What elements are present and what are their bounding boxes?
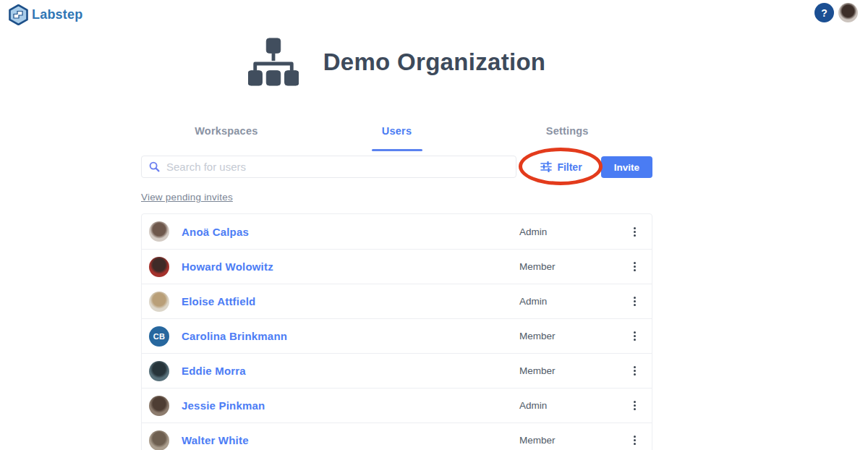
row-options-kebab-icon[interactable] — [627, 292, 642, 311]
user-avatar[interactable] — [149, 221, 169, 242]
tab-workspaces-label: Workspaces — [195, 125, 258, 137]
user-name-link[interactable]: Jessie Pinkman — [182, 399, 265, 412]
search-input[interactable] — [166, 161, 509, 173]
user-table-row: Walter White Member — [142, 423, 652, 450]
user-name-link[interactable]: Anoä Calpas — [182, 226, 249, 238]
filter-sliders-icon — [540, 161, 552, 172]
user-name-link[interactable]: Eddie Morra — [182, 365, 246, 377]
row-options-kebab-icon[interactable] — [627, 396, 642, 415]
row-options-kebab-icon[interactable] — [627, 431, 642, 450]
user-avatar[interactable] — [149, 430, 169, 450]
user-table-row: Eloise Attfield Admin — [142, 284, 652, 318]
page-title: Demo Organization — [323, 48, 546, 76]
user-table-row: CB Carolina Brinkmann Member — [142, 318, 652, 353]
help-question-icon: ? — [821, 7, 827, 19]
user-list: Anoä Calpas Admin Howard Wolowitz Member… — [141, 213, 652, 450]
user-name-link[interactable]: Eloise Attfield — [182, 295, 255, 307]
user-avatar[interactable] — [149, 396, 169, 416]
user-role-label: Admin — [519, 296, 547, 307]
logo-text: Labstep — [32, 7, 82, 22]
search-icon — [149, 161, 160, 172]
help-button[interactable]: ? — [814, 3, 834, 22]
row-options-kebab-icon[interactable] — [627, 327, 642, 346]
user-table-row: Howard Wolowitz Member — [142, 249, 652, 284]
user-role-label: Member — [519, 365, 556, 376]
view-pending-invites-link[interactable]: View pending invites — [141, 192, 233, 203]
user-role-label: Admin — [519, 400, 547, 411]
user-avatar[interactable] — [149, 292, 169, 312]
row-options-kebab-icon[interactable] — [627, 362, 642, 381]
account-avatar[interactable] — [838, 3, 858, 22]
labstep-logo[interactable]: Labstep — [9, 4, 82, 25]
user-role-label: Member — [519, 261, 556, 272]
user-role-label: Admin — [519, 226, 547, 237]
organization-sitemap-icon — [248, 38, 299, 87]
user-table-row: Anoä Calpas Admin — [142, 214, 652, 249]
tab-users[interactable]: Users — [312, 117, 482, 145]
tab-settings[interactable]: Settings — [482, 117, 652, 145]
filter-button[interactable]: Filter — [530, 156, 592, 178]
tab-settings-label: Settings — [546, 125, 589, 137]
user-name-link[interactable]: Carolina Brinkmann — [182, 330, 287, 342]
user-table-row: Eddie Morra Member — [142, 353, 652, 388]
tab-workspaces[interactable]: Workspaces — [141, 117, 312, 145]
user-name-link[interactable]: Howard Wolowitz — [182, 260, 273, 273]
user-role-label: Member — [519, 331, 556, 341]
user-avatar[interactable]: CB — [149, 326, 169, 347]
tab-users-label: Users — [382, 125, 412, 137]
user-avatar[interactable] — [149, 361, 169, 381]
user-avatar[interactable] — [149, 257, 169, 277]
filter-button-label: Filter — [557, 161, 582, 173]
invite-button[interactable]: Invite — [601, 156, 652, 178]
row-options-kebab-icon[interactable] — [627, 258, 642, 276]
organization-header: Demo Organization — [141, 38, 652, 87]
tab-bar: Workspaces Users Settings — [141, 117, 652, 145]
toolbar: Filter Invite — [141, 156, 652, 178]
top-bar: Labstep ? — [0, 0, 868, 29]
user-role-label: Member — [519, 435, 556, 446]
user-name-link[interactable]: Walter White — [182, 434, 249, 446]
labstep-hexagon-icon — [9, 4, 28, 25]
user-table-row: Jessie Pinkman Admin — [142, 388, 652, 423]
search-box[interactable] — [141, 156, 516, 178]
row-options-kebab-icon[interactable] — [627, 222, 642, 241]
